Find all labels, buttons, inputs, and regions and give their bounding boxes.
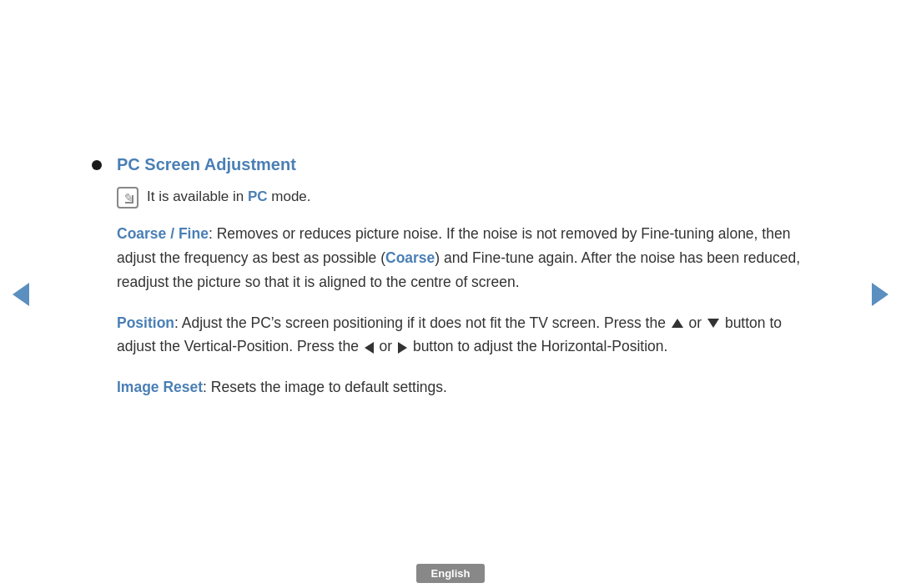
down-arrow-icon xyxy=(707,319,719,328)
right-nav-button[interactable] xyxy=(868,274,893,315)
left-arrow-btn-icon xyxy=(365,342,374,354)
note-text: It is available in PC mode. xyxy=(147,186,311,208)
position-text1: Adjust the PC’s screen positioning if it… xyxy=(179,314,670,331)
coarse-fine-term: Coarse / Fine xyxy=(117,225,209,242)
position-paragraph: Position: Adjust the PC’s screen positio… xyxy=(117,311,809,359)
section-title: PC Screen Adjustment xyxy=(117,155,809,174)
bullet-content: PC Screen Adjustment ✎ It is available i… xyxy=(117,155,809,416)
bullet-item: PC Screen Adjustment ✎ It is available i… xyxy=(92,155,809,416)
content-area: PC Screen Adjustment ✎ It is available i… xyxy=(92,122,809,466)
position-text4: or xyxy=(375,338,396,354)
left-arrow-icon xyxy=(13,283,29,306)
position-text2: or xyxy=(685,314,706,331)
image-reset-text: Resets the image to default settings. xyxy=(207,379,447,395)
position-term: Position xyxy=(117,314,174,331)
pencil-icon: ✎ xyxy=(123,191,133,204)
coarse-link: Coarse xyxy=(385,249,435,266)
right-arrow-icon xyxy=(872,283,888,306)
language-badge: English xyxy=(416,564,486,583)
image-reset-term: Image Reset xyxy=(117,379,203,395)
page-container: PC Screen Adjustment ✎ It is available i… xyxy=(0,0,901,588)
up-arrow-icon xyxy=(672,319,683,328)
left-nav-button[interactable] xyxy=(8,274,33,315)
image-reset-paragraph: Image Reset: Resets the image to default… xyxy=(117,375,809,400)
bullet-dot xyxy=(92,160,102,170)
coarse-fine-paragraph: Coarse / Fine: Removes or reduces pictur… xyxy=(117,222,809,294)
footer-bar: English xyxy=(0,558,901,588)
right-arrow-btn-icon xyxy=(398,342,407,354)
note-block: ✎ It is available in PC mode. xyxy=(117,186,809,209)
position-text5: button to adjust the Horizontal-Position… xyxy=(409,338,667,354)
note-icon: ✎ xyxy=(117,187,138,209)
note-text-before: It is available in xyxy=(147,188,248,204)
note-text-after: mode. xyxy=(268,188,311,204)
note-highlight: PC xyxy=(248,188,268,204)
